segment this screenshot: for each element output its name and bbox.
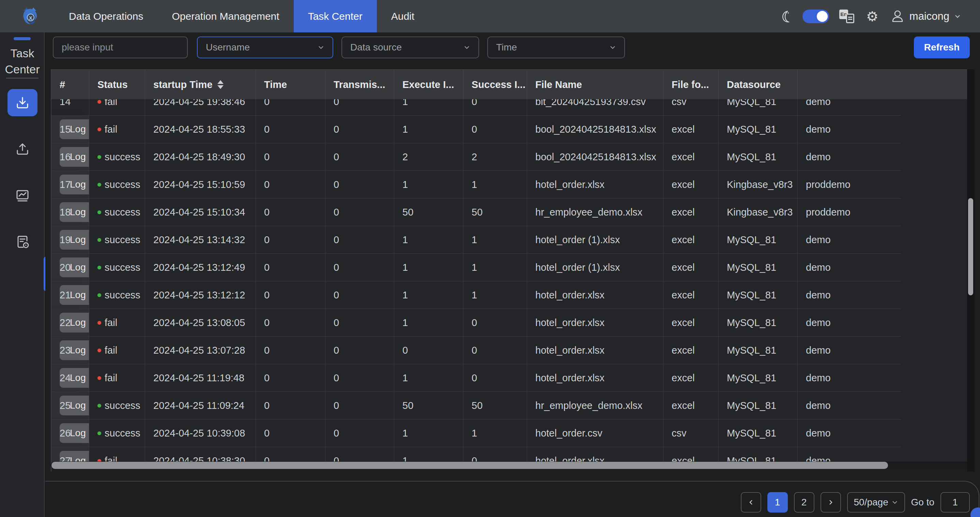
cell-transmission: 0 [325, 309, 394, 337]
status-dot [97, 376, 101, 380]
page-button-2[interactable]: 2 [794, 492, 815, 512]
nav-tab-task-center[interactable]: Task Center [294, 0, 377, 32]
column-header-execute: Execute I... [394, 70, 463, 99]
theme-toggle[interactable] [802, 10, 829, 23]
sidebar-item-monitor[interactable] [8, 182, 38, 209]
language-switch-icon[interactable]: En [839, 9, 854, 24]
table-row: 20success2024-04-25 13:12:490011hotel_or… [51, 254, 972, 281]
datasource-select[interactable]: Data source [341, 37, 479, 58]
settings-gear-icon[interactable]: ⚙ [864, 8, 880, 24]
sidebar: Task Center [0, 32, 45, 517]
chevron-right-icon [827, 499, 834, 506]
page-button-1[interactable]: 1 [767, 492, 788, 512]
cell-database: demo [798, 392, 901, 420]
cell-database: demo [798, 420, 901, 447]
cell-time: 0 [256, 171, 325, 198]
cell-datasource: MySQL_81 [719, 99, 798, 116]
cell-startup: 2024-04-25 15:10:59 [145, 171, 256, 198]
table-row: 18success2024-04-25 15:10:34005050hr_emp… [51, 198, 972, 226]
chevron-down-icon [318, 44, 325, 51]
cell-transmission: 0 [325, 116, 394, 143]
cell-format: excel [663, 337, 719, 364]
cell-format: excel [663, 143, 719, 171]
cell-status: success [89, 281, 145, 309]
table-row: 22fail2024-04-25 13:08:050010hotel_order… [51, 309, 972, 337]
cell-datasource: MySQL_81 [719, 337, 798, 364]
sidebar-accent-bar [14, 37, 31, 40]
search-input[interactable] [62, 42, 179, 53]
cell-success: 0 [463, 337, 527, 364]
cell-file: hr_employee_demo.xlsx [527, 198, 663, 226]
vertical-scrollbar[interactable] [967, 69, 975, 472]
horizontal-scrollbar-thumb[interactable] [51, 462, 888, 469]
cell-file: hotel_order (1).xlsx [527, 226, 663, 254]
cell-execute: 1 [394, 309, 463, 337]
time-select[interactable]: Time [487, 37, 625, 58]
sidebar-item-task-logs[interactable] [8, 228, 38, 255]
cell-status: success [89, 420, 145, 447]
cell-datasource: MySQL_81 [719, 254, 798, 281]
language-alt-badge [846, 14, 854, 23]
refresh-button[interactable]: Refresh [914, 37, 970, 58]
column-header-startup-time[interactable]: startup Time [145, 70, 256, 99]
top-navigation: x Data Operations Operation Management T… [0, 0, 980, 32]
column-header-success: Success I... [463, 70, 527, 99]
cell-transmission: 0 [325, 226, 394, 254]
page-size-select[interactable]: 50/page [847, 492, 905, 512]
cell-database: demo [798, 309, 901, 337]
nav-tab-audit[interactable]: Audit [377, 0, 429, 32]
cell-datasource: Kingbase_v8r3 [719, 171, 798, 198]
cell-num: 19 [51, 226, 89, 254]
cell-transmission: 0 [325, 281, 394, 309]
prev-page-button[interactable] [741, 492, 761, 512]
cell-time: 0 [256, 447, 325, 463]
cell-file: hotel_order (1).xlsx [527, 254, 663, 281]
cell-database: proddemo [798, 198, 901, 226]
cell-execute: 2 [394, 143, 463, 171]
sidebar-item-export-tasks[interactable] [8, 136, 38, 163]
app-screen: x Data Operations Operation Management T… [0, 0, 980, 517]
cell-startup: 2024-04-25 18:55:33 [145, 116, 256, 143]
cell-database: demo [798, 143, 901, 171]
cell-status: success [89, 171, 145, 198]
cell-success: 0 [463, 116, 527, 143]
cell-format: csv [663, 99, 719, 116]
cell-database: demo [798, 254, 901, 281]
cell-time: 0 [256, 420, 325, 447]
cell-file: hotel_order.xlsx [527, 337, 663, 364]
cell-format: excel [663, 171, 719, 198]
cell-transmission: 0 [325, 337, 394, 364]
next-page-button[interactable] [821, 492, 841, 512]
main-content: Username Data source Time Refresh # Stat… [45, 32, 980, 517]
horizontal-scrollbar[interactable] [51, 461, 972, 469]
sidebar-item-import-tasks[interactable] [8, 89, 38, 116]
cell-num: 21 [51, 281, 89, 309]
cell-time: 0 [256, 364, 325, 392]
cell-execute: 1 [394, 447, 463, 463]
table-row: 21success2024-04-25 13:12:120011hotel_or… [51, 281, 972, 309]
cell-num: 17 [51, 171, 89, 198]
cell-startup: 2024-04-25 19:38:46 [145, 99, 256, 116]
cell-success: 50 [463, 198, 527, 226]
username-select[interactable]: Username [197, 37, 333, 58]
cell-execute: 0 [394, 337, 463, 364]
nav-tab-operation-management[interactable]: Operation Management [158, 0, 293, 32]
cell-num: 27 [51, 447, 89, 463]
pagination: 1 2 50/page Go to 1 [741, 492, 970, 512]
vertical-scrollbar-thumb[interactable] [968, 198, 973, 295]
column-header-status: Status [89, 70, 145, 99]
goto-page-input[interactable]: 1 [940, 492, 970, 512]
cell-status: success [89, 392, 145, 420]
user-menu[interactable]: maicong [890, 9, 961, 24]
cell-success: 1 [463, 171, 527, 198]
cell-file: bit_20240425193739.csv [527, 99, 663, 116]
page-size-value: 50/page [854, 497, 888, 508]
cell-time: 0 [256, 392, 325, 420]
cell-status: fail [89, 337, 145, 364]
nav-tab-data-operations[interactable]: Data Operations [54, 0, 158, 32]
cell-execute: 1 [394, 116, 463, 143]
cell-status: fail [89, 116, 145, 143]
sort-carets-icon[interactable] [217, 80, 224, 89]
task-table: # Status startup Time Time Transmis... E… [51, 69, 972, 472]
goto-label: Go to [911, 497, 934, 508]
